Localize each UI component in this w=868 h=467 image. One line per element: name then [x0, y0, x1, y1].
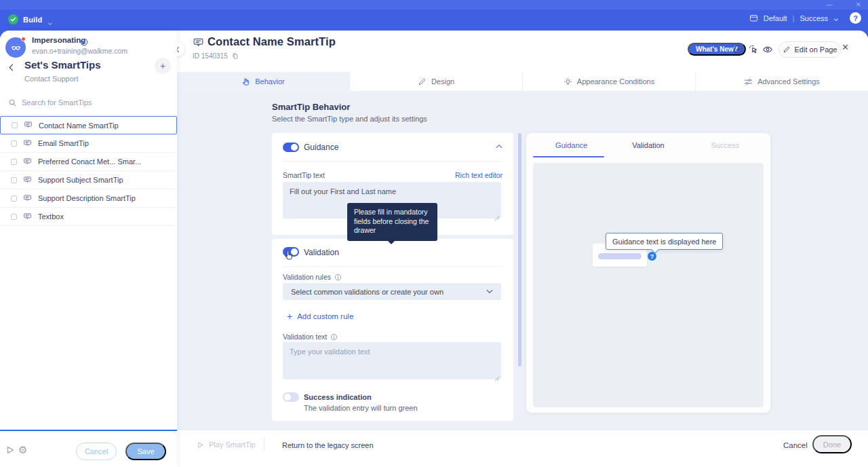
sidebar-footer: ⚙ Cancel Save	[0, 430, 177, 467]
collapse-sidebar-button[interactable]	[177, 42, 184, 56]
cursor-click-icon[interactable]	[748, 44, 759, 55]
rich-text-editor-link[interactable]: Rich text editor	[455, 171, 502, 179]
validation-text-input[interactable]	[283, 342, 501, 379]
list-item-preferred-contact[interactable]: Preferred Conact Met... Smar...	[0, 153, 177, 171]
smarttip-icon	[23, 212, 32, 221]
checkbox[interactable]	[12, 122, 18, 128]
list-item-label: Support Description SmartTip	[38, 194, 136, 202]
footer-done-button[interactable]: Done	[812, 435, 852, 453]
list-item-label: Support Subject SmartTip	[38, 176, 123, 184]
sidebar-cancel-button[interactable]: Cancel	[76, 443, 117, 460]
build-menu[interactable]: Build	[8, 14, 52, 24]
search-input[interactable]	[22, 98, 170, 107]
play-icon	[197, 441, 204, 449]
plus-icon: +	[287, 312, 292, 321]
top-bar: Build Default | Success ?	[0, 10, 868, 31]
list-item-label: Contact Name SmartTip	[39, 122, 119, 130]
add-custom-rule-link[interactable]: + Add custom rule	[287, 312, 353, 321]
smarttip-icon	[23, 176, 32, 185]
checkbox[interactable]	[11, 141, 17, 147]
smarttip-icon	[23, 157, 32, 166]
section-subtitle: Select the SmartTip type and adjust its …	[272, 115, 427, 123]
list-item-support-subject[interactable]: Support Subject SmartTip	[0, 171, 177, 189]
build-label: Build	[23, 16, 43, 24]
chevron-down-icon	[833, 16, 838, 20]
preview-skeleton-bar	[598, 253, 642, 259]
form-scrollbar[interactable]	[518, 133, 521, 367]
play-smarttip-button[interactable]: Play SmartTip	[197, 441, 256, 449]
preview-tooltip-text: Guidance text is displayed here	[612, 238, 716, 246]
footer-cancel-button[interactable]: Cancel	[783, 441, 808, 449]
sidebar-save-button[interactable]: Save	[125, 443, 166, 460]
divider	[283, 161, 502, 162]
window-minimize-icon[interactable]: —	[826, 1, 833, 8]
gear-icon[interactable]: ⚙	[18, 444, 27, 456]
play-smarttip-label: Play SmartTip	[209, 441, 256, 449]
comment-plus-icon[interactable]	[733, 44, 744, 55]
main-panel: Contact Name SmartTip ID 1540315 What's …	[177, 31, 868, 467]
smarttips-set-subtitle: Contact Support	[24, 75, 79, 83]
sliders-icon	[744, 77, 753, 86]
close-panel-icon[interactable]: ✕	[842, 42, 849, 52]
copy-id-icon[interactable]	[232, 52, 239, 60]
window-close-icon[interactable]: ✕	[856, 1, 861, 8]
eye-icon[interactable]	[762, 44, 773, 55]
tooltip-text: Please fill in mandatory fields before c…	[354, 208, 429, 234]
status-selector[interactable]: Success	[800, 14, 828, 22]
edit-on-page-button[interactable]: Edit on Page	[778, 41, 841, 58]
tab-advanced-settings[interactable]: Advanced Settings	[696, 72, 868, 91]
preview-panel: Guidance Validation Success Guidance tex…	[526, 133, 770, 413]
smarttip-text-label: SmartTip text	[283, 171, 325, 179]
collapse-section-chevron-icon[interactable]	[496, 144, 502, 149]
preview-tab-guidance[interactable]: Guidance	[533, 133, 610, 157]
tab-label: Behavior	[255, 77, 284, 86]
guidance-toggle-label: Guidance	[304, 143, 338, 152]
list-item-textbox[interactable]: Textbox	[0, 208, 177, 226]
pencil-icon	[418, 77, 427, 86]
smarttips-set-title: Set's SmartTips	[24, 59, 101, 71]
checkbox[interactable]	[11, 159, 17, 165]
guidance-toggle[interactable]	[283, 143, 299, 152]
search-box[interactable]	[8, 95, 170, 110]
dropdown-placeholder: Select common validations or create your…	[291, 288, 443, 296]
preview-tabs: Guidance Validation Success	[533, 133, 764, 157]
validation-text-label: Validation text	[283, 333, 338, 341]
list-item-support-description[interactable]: Support Description SmartTip	[0, 189, 177, 208]
back-chevron-icon[interactable]	[8, 62, 14, 74]
hand-cursor-icon	[241, 77, 250, 86]
checkbox[interactable]	[11, 214, 17, 220]
checkbox[interactable]	[11, 195, 17, 202]
tab-behavior[interactable]: Behavior	[177, 72, 350, 91]
help-button[interactable]: ?	[850, 12, 861, 24]
success-indication-toggle[interactable]	[283, 392, 299, 402]
list-item-email[interactable]: Email SmartTip	[0, 134, 177, 153]
list-item-label: Email SmartTip	[38, 139, 89, 147]
validation-rules-dropdown[interactable]: Select common validations or create your…	[283, 283, 501, 300]
play-icon[interactable]	[5, 445, 15, 457]
environment-icon	[749, 14, 758, 22]
topbar-separator: |	[793, 14, 795, 22]
tab-design[interactable]: Design	[350, 72, 523, 91]
legacy-screen-link[interactable]: Return to the legacy screen	[282, 441, 374, 449]
workspace-selector[interactable]: Default	[764, 14, 787, 22]
divider	[283, 266, 502, 267]
footer-divider	[264, 438, 264, 450]
tab-bar: Behavior Design Appearance Conditions Ad…	[177, 72, 868, 91]
tab-appearance-conditions[interactable]: Appearance Conditions	[523, 72, 696, 91]
checkbox[interactable]	[11, 177, 17, 183]
smarttip-icon	[23, 194, 32, 203]
add-smarttip-button[interactable]: +	[155, 58, 171, 74]
window-titlebar: — ✕	[0, 0, 868, 10]
impersonating-email: evan.o+training@walkme.com	[32, 47, 127, 55]
info-icon	[330, 333, 338, 341]
mandatory-fields-tooltip: Please fill in mandatory fields before c…	[347, 203, 437, 241]
preview-stage	[533, 163, 764, 407]
smarttip-icon	[193, 37, 204, 52]
list-item-contact-name[interactable]: Contact Name SmartTip	[0, 116, 177, 134]
sidebar-divider	[0, 115, 177, 115]
notification-dot	[21, 37, 26, 41]
preview-tab-validation[interactable]: Validation	[610, 133, 686, 157]
lightbulb-icon	[564, 77, 572, 86]
chevron-down-icon	[486, 289, 493, 294]
success-indication-label: Success indication	[304, 393, 372, 401]
